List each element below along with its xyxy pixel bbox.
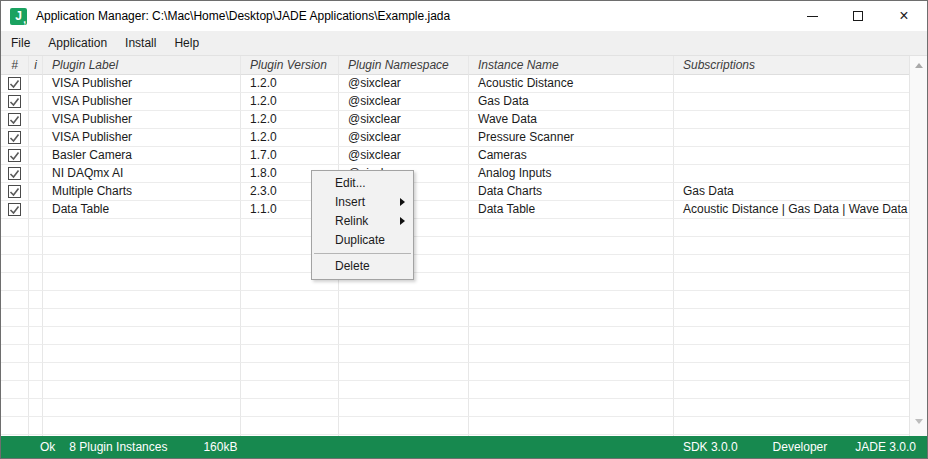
cell-enabled-checkbox [1, 237, 29, 255]
vertical-scrollbar[interactable] [909, 56, 927, 436]
cell-info [29, 255, 43, 273]
cell-instance-name [469, 363, 674, 381]
cell-plugin-version: 1.2.0 [241, 75, 339, 93]
table-row[interactable]: VISA Publisher1.2.0@sixclearGas Data [1, 93, 909, 111]
table-row[interactable] [1, 327, 909, 345]
cell-enabled-checkbox [1, 111, 29, 129]
row-checkbox[interactable] [8, 167, 21, 180]
row-checkbox[interactable] [8, 77, 21, 90]
cell-plugin-label: VISA Publisher [43, 111, 241, 129]
cell-plugin-namespace: @sixclear [339, 129, 469, 147]
table-row[interactable] [1, 255, 909, 273]
cell-info [29, 111, 43, 129]
minimize-icon [807, 16, 818, 17]
menu-help[interactable]: Help [165, 31, 208, 55]
cell-plugin-label: NI DAQmx AI [43, 165, 241, 183]
table-row[interactable] [1, 435, 909, 436]
menu-application[interactable]: Application [39, 31, 116, 55]
cell-plugin-label [43, 219, 241, 237]
cell-subscriptions [674, 363, 909, 381]
cell-subscriptions [674, 417, 909, 435]
check-mark-icon [9, 96, 20, 107]
cell-plugin-version: 1.7.0 [241, 147, 339, 165]
table-row[interactable]: NI DAQmx AI1.8.0@sixclearAnalog Inputs [1, 165, 909, 183]
cell-info [29, 273, 43, 291]
scrollbar-down-icon[interactable] [915, 419, 923, 424]
cell-enabled-checkbox [1, 201, 29, 219]
submenu-arrow-icon [400, 217, 405, 225]
table-row[interactable] [1, 273, 909, 291]
row-checkbox[interactable] [8, 203, 21, 216]
row-checkbox[interactable] [8, 113, 21, 126]
row-checkbox[interactable] [8, 95, 21, 108]
table-row[interactable]: VISA Publisher1.2.0@sixclearWave Data [1, 111, 909, 129]
cell-instance-name: Data Table [469, 201, 674, 219]
cell-info [29, 309, 43, 327]
cell-plugin-namespace [339, 399, 469, 417]
cell-plugin-version [241, 291, 339, 309]
cell-subscriptions [674, 75, 909, 93]
table-row[interactable]: VISA Publisher1.2.0@sixclearPressure Sca… [1, 129, 909, 147]
cell-instance-name [469, 237, 674, 255]
table-row[interactable]: Data Table1.1.0Data TableAcoustic Distan… [1, 201, 909, 219]
cell-subscriptions [674, 93, 909, 111]
cell-plugin-version [241, 381, 339, 399]
context-menu-item-relink[interactable]: Relink [312, 212, 413, 231]
context-menu: Edit...InsertRelinkDuplicateDelete [311, 170, 414, 280]
table-row[interactable] [1, 237, 909, 255]
cell-info [29, 183, 43, 201]
cell-info [29, 129, 43, 147]
menu-install[interactable]: Install [116, 31, 165, 55]
submenu-arrow-icon [400, 198, 405, 206]
status-instances: 8 Plugin Instances [69, 440, 167, 454]
cell-subscriptions [674, 147, 909, 165]
cell-plugin-namespace [339, 309, 469, 327]
row-checkbox[interactable] [8, 149, 21, 162]
cell-enabled-checkbox [1, 273, 29, 291]
cell-instance-name [469, 417, 674, 435]
table-row[interactable] [1, 309, 909, 327]
table-row[interactable] [1, 363, 909, 381]
maximize-button[interactable] [835, 1, 881, 31]
table-row[interactable]: Multiple Charts2.3.0Data ChartsGas Data [1, 183, 909, 201]
cell-info [29, 417, 43, 435]
status-size: 160kB [203, 440, 237, 454]
table-row[interactable] [1, 291, 909, 309]
table-row[interactable]: VISA Publisher1.2.0@sixclearAcoustic Dis… [1, 75, 909, 93]
context-menu-item-duplicate[interactable]: Duplicate [312, 231, 413, 250]
cell-enabled-checkbox [1, 345, 29, 363]
cell-instance-name [469, 309, 674, 327]
check-mark-icon [9, 114, 20, 125]
context-menu-item-edit[interactable]: Edit... [312, 174, 413, 193]
cell-subscriptions [674, 111, 909, 129]
cell-plugin-namespace: @sixclear [339, 93, 469, 111]
cell-plugin-version: 1.2.0 [241, 111, 339, 129]
cell-info [29, 237, 43, 255]
cell-plugin-label: VISA Publisher [43, 129, 241, 147]
table-row[interactable]: Basler Camera1.7.0@sixclearCameras [1, 147, 909, 165]
menu-file[interactable]: File [2, 31, 39, 55]
table-row[interactable] [1, 219, 909, 237]
row-checkbox[interactable] [8, 131, 21, 144]
cell-info [29, 363, 43, 381]
cell-enabled-checkbox [1, 93, 29, 111]
cell-enabled-checkbox [1, 327, 29, 345]
jade-logo-icon: J , [10, 8, 27, 25]
cell-instance-name [469, 381, 674, 399]
table-row[interactable] [1, 381, 909, 399]
close-button[interactable]: × [881, 1, 927, 31]
cell-subscriptions: Acoustic Distance | Gas Data | Wave Data [674, 201, 909, 219]
table-row[interactable] [1, 345, 909, 363]
context-menu-separator [314, 253, 411, 254]
context-menu-item-delete[interactable]: Delete [312, 257, 413, 276]
table-row[interactable] [1, 399, 909, 417]
table-row[interactable] [1, 417, 909, 435]
cell-subscriptions [674, 309, 909, 327]
row-checkbox[interactable] [8, 185, 21, 198]
cell-subscriptions [674, 399, 909, 417]
cell-enabled-checkbox [1, 183, 29, 201]
context-menu-item-insert[interactable]: Insert [312, 193, 413, 212]
cell-plugin-namespace [339, 435, 469, 436]
scrollbar-up-icon[interactable] [915, 63, 923, 68]
minimize-button[interactable] [789, 1, 835, 31]
